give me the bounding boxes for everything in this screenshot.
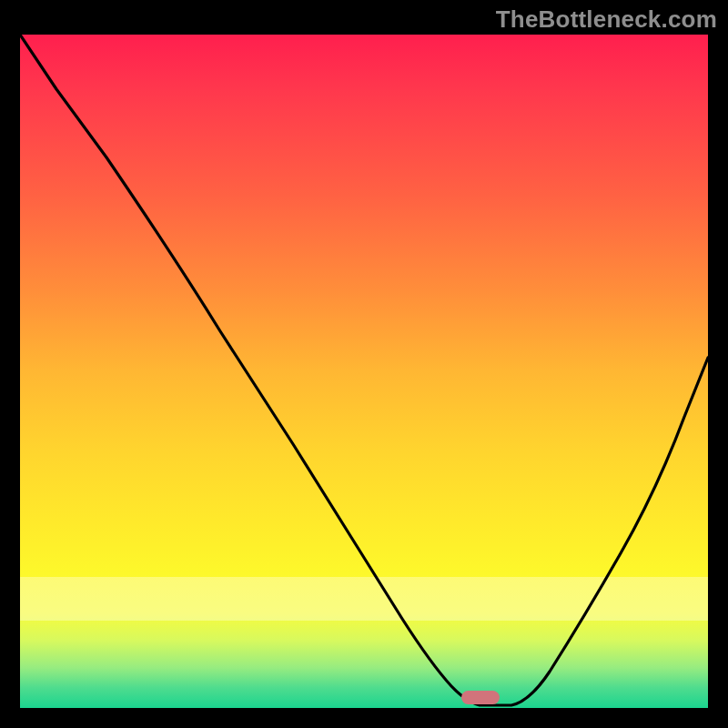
optimum-marker (461, 691, 500, 704)
curve-path (20, 35, 708, 705)
watermark-text: TheBottleneck.com (496, 5, 717, 34)
plot-area (20, 35, 708, 708)
bottleneck-curve (20, 35, 708, 708)
outer-frame: TheBottleneck.com (0, 0, 728, 728)
